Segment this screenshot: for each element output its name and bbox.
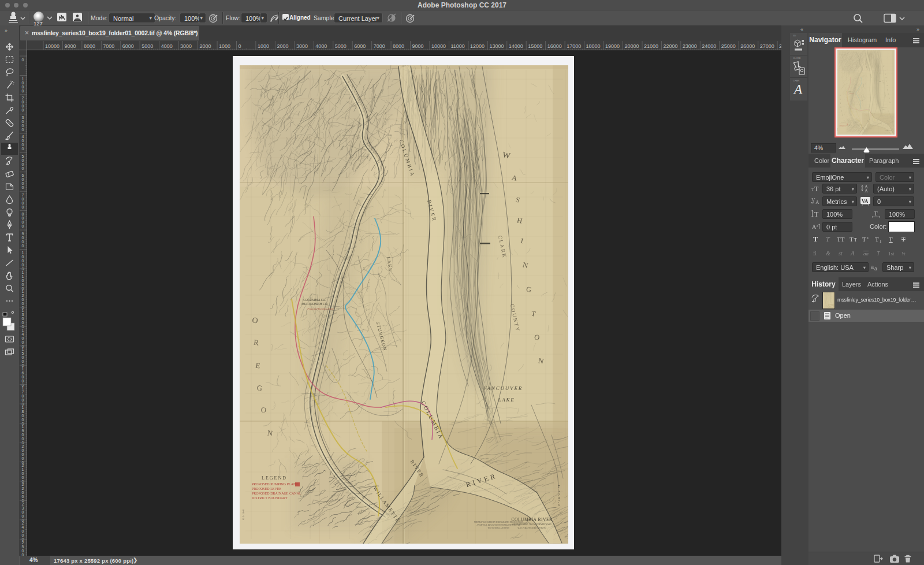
svg-text:1: 1 — [22, 308, 24, 313]
svg-text:1st: 1st — [888, 251, 895, 257]
svg-text:0: 0 — [22, 244, 24, 248]
svg-text:T: T — [862, 236, 866, 243]
svg-text:0: 0 — [22, 185, 24, 189]
svg-text:9000: 9000 — [64, 43, 76, 49]
svg-text:0: 0 — [22, 448, 24, 452]
svg-text:0: 0 — [22, 355, 24, 359]
svg-text:4000: 4000 — [161, 43, 173, 49]
svg-text:a: a — [871, 264, 874, 270]
svg-text:23000: 23000 — [683, 43, 697, 49]
svg-text:3000: 3000 — [296, 43, 308, 49]
svg-text:0: 0 — [22, 510, 24, 514]
svg-text:2: 2 — [22, 463, 24, 467]
svg-text:2: 2 — [22, 486, 24, 490]
svg-text:0: 0 — [22, 375, 24, 379]
svg-text:2: 2 — [22, 482, 24, 486]
svg-text:0: 0 — [22, 128, 24, 132]
svg-text:0: 0 — [22, 475, 24, 479]
svg-text:1: 1 — [22, 347, 24, 351]
svg-text:T: T — [813, 235, 818, 243]
svg-text:0: 0 — [22, 379, 24, 383]
svg-text:1: 1 — [22, 274, 24, 278]
svg-text:1: 1 — [867, 236, 869, 240]
svg-text:3000: 3000 — [180, 43, 192, 49]
svg-text:0: 0 — [22, 414, 24, 418]
svg-text:14000: 14000 — [509, 43, 523, 49]
svg-text:fi: fi — [813, 250, 817, 257]
svg-text:17000: 17000 — [567, 43, 581, 49]
svg-text:3: 3 — [22, 313, 24, 317]
svg-text:0: 0 — [22, 278, 24, 282]
svg-text:26000: 26000 — [740, 43, 755, 49]
svg-text:11000: 11000 — [451, 43, 465, 49]
svg-text:1: 1 — [22, 251, 24, 255]
svg-text:0: 0 — [22, 433, 24, 437]
svg-text:T: T — [814, 185, 819, 193]
svg-text:1: 1 — [22, 270, 24, 274]
svg-text:3: 3 — [22, 506, 24, 510]
svg-text:7000: 7000 — [374, 43, 385, 49]
svg-text:0: 0 — [22, 259, 24, 263]
svg-text:6000: 6000 — [354, 43, 366, 49]
svg-text:0: 0 — [22, 533, 24, 537]
svg-text:0: 0 — [22, 85, 24, 89]
svg-text:0: 0 — [22, 120, 24, 124]
svg-text:V: V — [811, 197, 815, 203]
svg-text:0: 0 — [22, 162, 24, 166]
svg-text:½: ½ — [901, 251, 906, 257]
svg-text:0: 0 — [22, 359, 24, 363]
svg-text:1: 1 — [22, 367, 24, 371]
svg-text:0: 0 — [22, 240, 24, 244]
svg-text:0: 0 — [22, 89, 24, 93]
svg-text:0: 0 — [22, 139, 24, 143]
svg-text:0: 0 — [22, 143, 24, 147]
svg-text:2: 2 — [22, 96, 24, 100]
svg-text:1000: 1000 — [258, 43, 269, 49]
svg-text:0: 0 — [22, 166, 24, 170]
svg-text:0: 0 — [22, 147, 24, 151]
svg-text:1: 1 — [22, 467, 24, 471]
svg-text:0: 0 — [22, 340, 24, 344]
svg-text:8: 8 — [22, 212, 24, 216]
svg-text:0: 0 — [22, 317, 24, 321]
svg-text:3: 3 — [22, 116, 24, 120]
svg-text:1: 1 — [22, 406, 24, 410]
svg-text:0: 0 — [22, 514, 24, 518]
svg-text:0: 0 — [22, 177, 24, 181]
svg-text:T: T — [901, 236, 906, 243]
svg-text:22000: 22000 — [663, 43, 677, 49]
svg-text:1: 1 — [22, 328, 24, 332]
svg-text:0: 0 — [22, 456, 24, 460]
svg-text:0: 0 — [22, 81, 24, 85]
svg-text:0: 0 — [22, 282, 24, 287]
svg-text:a: a — [817, 224, 818, 228]
svg-text:0: 0 — [22, 158, 24, 162]
svg-text:19000: 19000 — [605, 43, 620, 49]
svg-text:0: 0 — [22, 495, 24, 499]
svg-text:st: st — [839, 250, 843, 257]
svg-text:0: 0 — [22, 255, 24, 259]
svg-text:9000: 9000 — [412, 43, 424, 49]
svg-text:T: T — [854, 237, 857, 243]
svg-text:1: 1 — [22, 77, 24, 81]
svg-text:T: T — [889, 236, 893, 243]
svg-text:T: T — [826, 235, 830, 243]
svg-text:0: 0 — [22, 236, 24, 240]
svg-text:0: 0 — [22, 418, 24, 422]
svg-text:2000: 2000 — [277, 43, 288, 49]
svg-text:18000: 18000 — [586, 43, 601, 49]
svg-text:aa: aa — [863, 251, 869, 257]
svg-text:»: » — [5, 28, 8, 34]
svg-text:6: 6 — [22, 371, 24, 375]
svg-text:A: A — [865, 188, 868, 193]
svg-text:a: a — [874, 266, 877, 272]
svg-text:25000: 25000 — [721, 43, 736, 49]
svg-text:0: 0 — [22, 205, 24, 209]
svg-text:2: 2 — [22, 541, 24, 545]
svg-text:T: T — [877, 250, 881, 257]
svg-text:10000: 10000 — [45, 43, 59, 49]
svg-text:4: 4 — [22, 135, 24, 139]
svg-text:0: 0 — [22, 197, 24, 201]
svg-text:1: 1 — [22, 386, 24, 390]
svg-text:4: 4 — [22, 332, 24, 336]
